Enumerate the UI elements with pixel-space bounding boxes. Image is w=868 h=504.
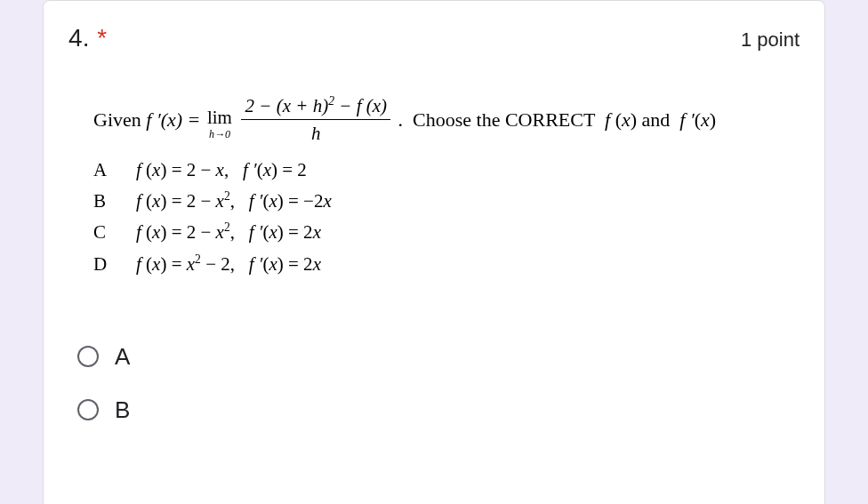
radio-icon[interactable] [77, 399, 99, 420]
question-header: 4. * 1 point [68, 24, 800, 52]
choice-letter: C [93, 220, 136, 244]
limit-top: lim [207, 105, 232, 130]
page-root: 4. * 1 point Given f ′(x) = lim h→0 2 − … [0, 0, 868, 504]
option-label: A [115, 343, 130, 371]
option-b[interactable]: B [77, 383, 800, 436]
prompt-suffix: . Choose the CORRECT f (x) and f ′(x) [398, 108, 717, 131]
answer-options: A B [68, 330, 800, 436]
fraction-numerator: 2 − (x + h)2 − f (x) [241, 93, 390, 120]
required-mark: * [97, 24, 107, 52]
fraction: 2 − (x + h)2 − f (x) h [241, 93, 390, 147]
choice-expr: f (x) = 2 − x, f ′(x) = 2 [136, 157, 792, 182]
choice-expr: f (x) = 2 − x2, f ′(x) = 2x [136, 220, 792, 244]
question-number-wrap: 4. * [68, 24, 107, 52]
choice-expr: f (x) = 2 − x2, f ′(x) = −2x [136, 188, 792, 213]
option-a[interactable]: A [77, 330, 800, 383]
question-body: Given f ′(x) = lim h→0 2 − (x + h)2 − f … [68, 95, 800, 276]
option-label: B [115, 396, 130, 424]
radio-icon[interactable] [77, 346, 99, 367]
choice-expr: f (x) = x2 − 2, f ′(x) = 2x [136, 252, 792, 276]
limit-sub: h→0 [207, 127, 232, 141]
fraction-denominator: h [241, 120, 390, 146]
question-prompt: Given f ′(x) = lim h→0 2 − (x + h)2 − f … [93, 95, 792, 148]
prompt-prefix: Given [93, 108, 146, 131]
choice-letter: B [93, 188, 136, 213]
question-number: 4. [68, 24, 90, 52]
page-gutter [0, 0, 43, 504]
limit-operator: lim h→0 [207, 105, 232, 142]
question-card: 4. * 1 point Given f ′(x) = lim h→0 2 − … [43, 0, 825, 504]
choice-grid: A f (x) = 2 − x, f ′(x) = 2 B f (x) = 2 … [93, 157, 792, 276]
prompt-lhs: f ′(x) = [146, 108, 205, 131]
choice-letter: A [93, 157, 136, 182]
choice-letter: D [93, 252, 136, 276]
question-points: 1 point [741, 28, 800, 52]
